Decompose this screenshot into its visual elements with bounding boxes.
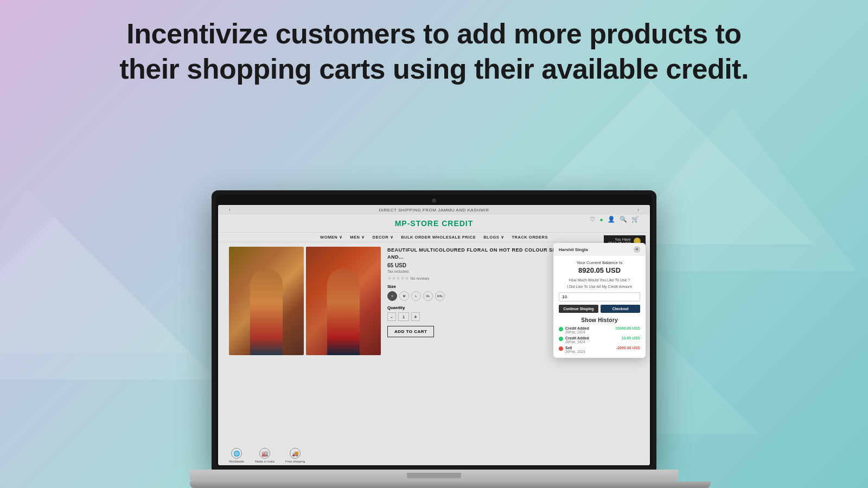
history-dot-green-1 — [559, 327, 563, 331]
show-history-title: Show History — [559, 317, 640, 323]
history-date-2: 26Feb, 2024 — [565, 340, 620, 344]
laptop-mockup: ‹ DIRECT SHIPPING FROM JAMMU AND KASHMIR… — [190, 190, 678, 488]
headline-section: Incentivize customers to add more produc… — [0, 16, 868, 87]
history-item: Credit Added 26Feb, 2024 10000.00 USD — [559, 326, 640, 334]
svg-marker-3 — [0, 190, 190, 352]
continue-shopping-button[interactable]: Continue Shoping — [559, 305, 598, 313]
headline-text: Incentivize customers to add more produc… — [108, 16, 760, 87]
checkout-button[interactable]: Checkout — [601, 305, 640, 313]
modal-overlay: Harshit Singla × Your Current Balance Is… — [218, 205, 650, 465]
history-type-3: Sell — [565, 346, 614, 350]
modal-header: Harshit Singla × — [553, 243, 646, 256]
history-content-1: Credit Added 26Feb, 2024 — [565, 326, 613, 334]
modal-use-all: I Did Like To Use All My Credit Amount — [559, 284, 640, 289]
history-dot-red-1 — [559, 346, 563, 351]
laptop-bezel: ‹ DIRECT SHIPPING FROM JAMMU AND KASHMIR… — [216, 195, 652, 465]
history-content-3: Sell 26Feb, 2024 — [565, 346, 614, 354]
history-item: Credit Added 26Feb, 2024 10.05 USD — [559, 336, 640, 344]
laptop-foot — [190, 481, 711, 488]
history-item: Sell 26Feb, 2024 -2000.00 USD — [559, 346, 640, 354]
laptop-base — [190, 470, 678, 481]
modal-buttons: Continue Shoping Checkout — [559, 305, 640, 313]
history-type-2: Credit Added — [565, 336, 620, 340]
history-date-1: 26Feb, 2024 — [565, 330, 613, 334]
store-website: ‹ DIRECT SHIPPING FROM JAMMU AND KASHMIR… — [218, 205, 650, 465]
laptop-screen-outer: ‹ DIRECT SHIPPING FROM JAMMU AND KASHMIR… — [212, 190, 656, 470]
history-content-2: Credit Added 26Feb, 2024 — [565, 336, 620, 344]
modal-close-button[interactable]: × — [634, 246, 640, 253]
modal-amount-input[interactable] — [559, 292, 640, 301]
modal-question: How Much Would You Like To Use ? — [559, 278, 640, 282]
history-dot-green-2 — [559, 337, 563, 341]
laptop-screen: ‹ DIRECT SHIPPING FROM JAMMU AND KASHMIR… — [218, 205, 650, 465]
svg-marker-2 — [0, 217, 217, 380]
modal-body: Your Current Balance Is 8920.05 USD How … — [553, 256, 646, 358]
modal-balance-amount: 8920.05 USD — [559, 266, 640, 274]
history-list: Credit Added 26Feb, 2024 10000.00 USD — [559, 326, 640, 354]
history-amount-3: -2000.00 USD — [616, 346, 640, 350]
laptop-camera — [432, 198, 436, 203]
credit-modal: Harshit Singla × Your Current Balance Is… — [553, 243, 646, 358]
history-amount-1: 10000.00 USD — [615, 326, 640, 330]
history-date-3: 26Feb, 2024 — [565, 350, 614, 354]
modal-balance-title: Your Current Balance Is — [559, 260, 640, 265]
history-type-1: Credit Added — [565, 326, 613, 330]
modal-user-name: Harshit Singla — [559, 247, 588, 252]
history-amount-2: 10.05 USD — [622, 336, 640, 340]
